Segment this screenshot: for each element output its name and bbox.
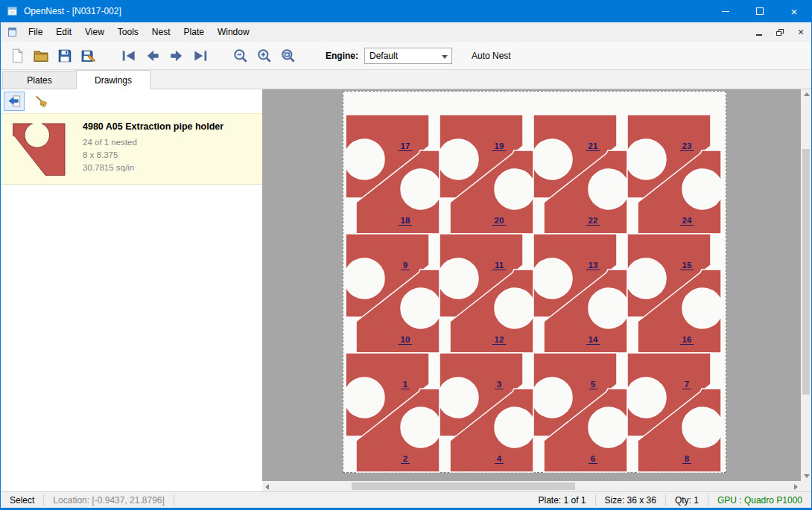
menu-item-window[interactable]: Window bbox=[211, 22, 256, 42]
tab-strip: PlatesDrawings bbox=[1, 70, 811, 89]
title-bar: OpenNest - [N0317-002] × bbox=[1, 0, 811, 22]
document-icon bbox=[7, 26, 19, 38]
part-number: 12 bbox=[495, 335, 504, 344]
part-number: 4 bbox=[497, 454, 502, 463]
menu-item-edit[interactable]: Edit bbox=[49, 22, 78, 42]
part-number: 16 bbox=[682, 335, 692, 344]
vertical-scroll-thumb[interactable] bbox=[802, 149, 810, 395]
menu-item-tools[interactable]: Tools bbox=[111, 22, 145, 42]
part-number: 5 bbox=[591, 380, 596, 389]
tab-drawings[interactable]: Drawings bbox=[76, 70, 150, 89]
save-as-button[interactable] bbox=[77, 45, 101, 67]
part-number: 24 bbox=[682, 216, 692, 225]
menu-bar: FileEditViewToolsNestPlateWindow × bbox=[1, 22, 811, 42]
window-title: OpenNest - [N0317-002] bbox=[24, 6, 121, 16]
save-file-button[interactable] bbox=[53, 45, 77, 67]
zoom-fit-button[interactable] bbox=[276, 45, 300, 67]
open-file-button[interactable] bbox=[29, 45, 53, 67]
part-number: 3 bbox=[497, 380, 501, 389]
menu-item-plate[interactable]: Plate bbox=[177, 22, 211, 42]
part-number: 2 bbox=[403, 454, 407, 463]
menu-item-nest[interactable]: Nest bbox=[145, 22, 177, 42]
next-plate-button[interactable] bbox=[165, 45, 188, 67]
scroll-down-icon bbox=[804, 474, 810, 478]
drawing-thumbnail-shape bbox=[13, 124, 65, 175]
scroll-up-icon bbox=[804, 92, 810, 96]
clear-parts-button[interactable] bbox=[31, 92, 51, 111]
first-plate-button[interactable] bbox=[117, 45, 141, 67]
minimize-button[interactable] bbox=[708, 0, 743, 22]
zoom-in-button[interactable] bbox=[253, 45, 276, 67]
maximize-icon bbox=[756, 7, 764, 15]
status-location: Location: [-0.9437, 21.8796] bbox=[43, 494, 173, 506]
mdi-close-icon: × bbox=[798, 27, 804, 37]
close-icon: × bbox=[791, 6, 798, 17]
status-qty: Qty: 1 bbox=[665, 494, 708, 506]
drawing-title: 4980 A05 Extraction pipe holder bbox=[83, 121, 223, 132]
menu-item-view[interactable]: View bbox=[78, 22, 111, 42]
engine-select[interactable]: Default bbox=[364, 48, 452, 64]
maximize-button[interactable] bbox=[743, 0, 777, 22]
main-toolbar: Engine: Default Auto Nest bbox=[1, 42, 811, 70]
mdi-minimize-icon bbox=[756, 34, 762, 36]
engine-value: Default bbox=[369, 51, 398, 61]
vertical-scrollbar[interactable] bbox=[801, 89, 811, 481]
part-number: 17 bbox=[401, 141, 410, 150]
scrollbar-corner bbox=[801, 481, 811, 491]
horizontal-scrollbar[interactable] bbox=[262, 481, 801, 491]
scroll-left-icon bbox=[265, 484, 269, 490]
mdi-restore-button[interactable] bbox=[770, 22, 790, 42]
mdi-restore-icon bbox=[776, 29, 784, 36]
drawing-nested-count: 24 of 1 nested bbox=[83, 136, 223, 149]
part-number: 14 bbox=[589, 335, 598, 344]
drawing-area: 30.7815 sq/in bbox=[83, 162, 223, 174]
part-number: 9 bbox=[403, 261, 407, 270]
part-number: 11 bbox=[495, 261, 504, 270]
part-number: 7 bbox=[685, 380, 689, 389]
nest-svg: 171819202122232491011121314151612345678 bbox=[343, 92, 727, 474]
part-number: 23 bbox=[682, 141, 692, 150]
chevron-down-icon bbox=[442, 55, 448, 59]
drawings-panel: 4980 A05 Extraction pipe holder 24 of 1 … bbox=[1, 89, 262, 491]
panel-toolbar bbox=[1, 89, 262, 113]
previous-plate-button[interactable] bbox=[141, 45, 165, 67]
part-number: 13 bbox=[589, 261, 598, 270]
nest-canvas[interactable]: 171819202122232491011121314151612345678 bbox=[262, 89, 811, 491]
return-part-button[interactable] bbox=[4, 92, 25, 111]
part-number: 8 bbox=[685, 454, 690, 463]
mdi-close-button[interactable]: × bbox=[790, 22, 811, 42]
auto-nest-button[interactable]: Auto Nest bbox=[472, 51, 511, 61]
part-number: 21 bbox=[589, 141, 598, 150]
minimize-icon bbox=[722, 11, 729, 12]
status-plate: Plate: 1 of 1 bbox=[529, 494, 594, 506]
engine-label: Engine: bbox=[326, 51, 358, 61]
part-number: 1 bbox=[403, 380, 408, 389]
horizontal-scroll-thumb[interactable] bbox=[352, 482, 575, 490]
close-button[interactable]: × bbox=[777, 0, 811, 22]
part-number: 22 bbox=[589, 216, 598, 225]
tab-plates[interactable]: Plates bbox=[2, 71, 77, 89]
status-bar: Select Location: [-0.9437, 21.8796] Plat… bbox=[1, 491, 811, 508]
zoom-out-button[interactable] bbox=[229, 45, 253, 67]
app-icon bbox=[7, 5, 19, 17]
part-number: 20 bbox=[495, 216, 504, 225]
part-number: 6 bbox=[591, 454, 595, 463]
part-number: 15 bbox=[682, 261, 692, 270]
menu-item-file[interactable]: File bbox=[22, 22, 49, 42]
drawing-thumbnail bbox=[5, 120, 74, 178]
status-size: Size: 36 x 36 bbox=[595, 494, 665, 506]
status-gpu: GPU : Quadro P1000 bbox=[708, 494, 811, 506]
mdi-minimize-button[interactable] bbox=[749, 22, 770, 42]
plate: 171819202122232491011121314151612345678 bbox=[343, 91, 726, 473]
part-number: 10 bbox=[401, 335, 410, 344]
scroll-right-icon bbox=[794, 484, 798, 490]
drawing-dimensions: 8 x 8.375 bbox=[83, 149, 223, 162]
new-file-button[interactable] bbox=[5, 45, 29, 67]
status-mode: Select bbox=[1, 494, 43, 506]
part-number: 19 bbox=[495, 141, 504, 150]
status-spacer bbox=[174, 494, 530, 506]
app-window: OpenNest - [N0317-002] × FileEditViewToo… bbox=[0, 0, 812, 510]
menu-items: FileEditViewToolsNestPlateWindow bbox=[22, 22, 256, 42]
drawing-list-item[interactable]: 4980 A05 Extraction pipe holder 24 of 1 … bbox=[1, 113, 262, 185]
last-plate-button[interactable] bbox=[188, 45, 212, 67]
